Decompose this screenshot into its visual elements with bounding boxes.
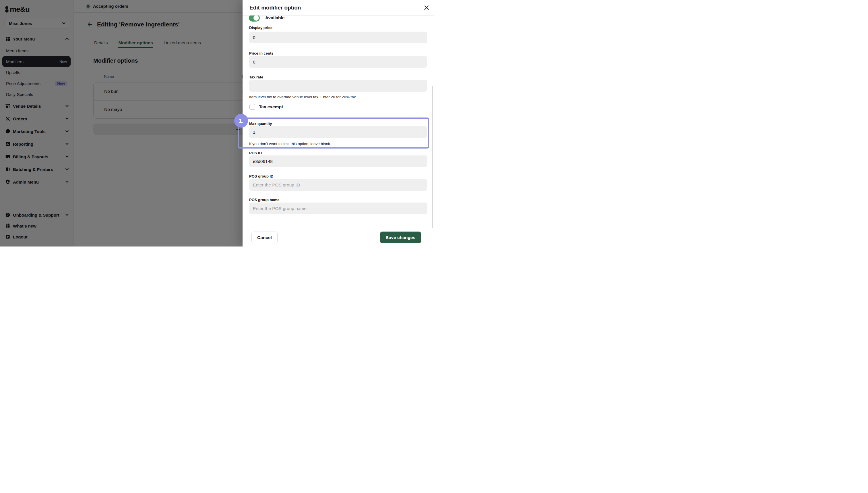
max-quantity-label: Max quantity <box>249 122 272 126</box>
tax-exempt-label: Tax exempt <box>259 104 283 109</box>
available-toggle[interactable] <box>249 16 260 22</box>
cancel-button[interactable]: Cancel <box>251 232 278 243</box>
modal-backdrop <box>0 0 243 246</box>
display-price-input[interactable] <box>249 31 427 43</box>
available-row: Available <box>249 16 285 23</box>
close-button[interactable] <box>423 4 430 11</box>
tax-rate-label: Tax rate <box>249 75 263 79</box>
max-quantity-helper: If you don't want to limit this option, … <box>249 142 330 146</box>
pos-id-input[interactable] <box>249 155 427 167</box>
edit-modifier-option-drawer: Edit modifier option Available Display p… <box>243 0 434 246</box>
pos-group-id-input[interactable] <box>249 179 427 191</box>
app-window: me&u Miss Jones Your Menu Menu Items Mod… <box>0 0 434 246</box>
drawer-footer: Cancel Save changes <box>243 228 434 246</box>
pos-id-label: POS ID <box>249 151 262 155</box>
pos-group-name-input[interactable] <box>249 202 427 214</box>
toggle-knob <box>253 16 259 21</box>
price-in-cents-input[interactable] <box>249 56 427 68</box>
max-quantity-input[interactable] <box>249 126 427 138</box>
drawer-scrollbar[interactable] <box>432 86 433 228</box>
tax-rate-helper: Item level tax to override venue level t… <box>249 95 357 99</box>
drawer-title: Edit modifier option <box>249 0 301 15</box>
tax-rate-input[interactable] <box>249 80 427 92</box>
drawer-header: Edit modifier option <box>243 0 434 16</box>
step-number-badge: 1. <box>234 114 248 128</box>
close-icon <box>424 5 429 10</box>
drawer-body: Available Display price Price in cents T… <box>243 16 434 228</box>
save-changes-button[interactable]: Save changes <box>380 232 421 243</box>
price-in-cents-label: Price in cents <box>249 51 274 56</box>
tax-exempt-row: Tax exempt <box>249 104 283 110</box>
tax-exempt-checkbox[interactable] <box>249 104 255 110</box>
pos-group-name-label: POS group name <box>249 198 279 202</box>
display-price-label: Display price <box>249 26 272 30</box>
available-label: Available <box>265 16 285 20</box>
pos-group-id-label: POS group ID <box>249 174 274 178</box>
